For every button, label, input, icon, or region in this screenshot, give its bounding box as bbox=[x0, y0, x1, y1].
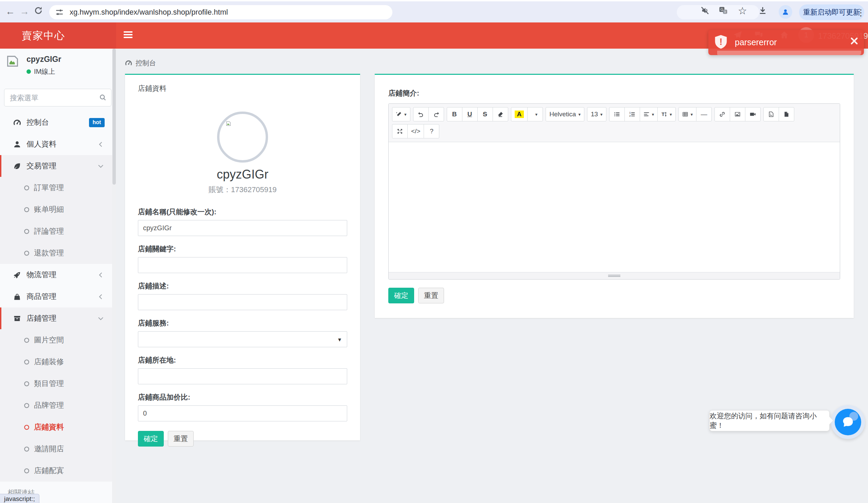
person-icon bbox=[782, 8, 789, 16]
shop-keywords-input[interactable] bbox=[138, 257, 347, 273]
browser-menu-icon[interactable]: ⋮ bbox=[856, 8, 865, 18]
toolbar-group bbox=[413, 107, 444, 121]
sidebar-item-訂單管理[interactable]: 訂單管理 bbox=[0, 177, 112, 199]
editor-clear-format-button[interactable] bbox=[493, 107, 508, 121]
sidebar-item-label: 訂單管理 bbox=[34, 183, 64, 193]
sidebar-item-label: 账单明細 bbox=[34, 204, 64, 214]
browser-update-button[interactable]: 重新启动即可更新 bbox=[799, 4, 864, 20]
address-bar[interactable]: xg.hwym.shop/index/wanlshop.shop/profile… bbox=[49, 5, 392, 19]
editor-bold-button[interactable]: B bbox=[447, 107, 462, 121]
browser-profile-avatar[interactable] bbox=[779, 5, 792, 19]
download-icon[interactable] bbox=[758, 6, 767, 15]
shop-markup-ratio-input[interactable] bbox=[138, 405, 347, 421]
sidebar-scrollbar-thumb[interactable] bbox=[112, 49, 116, 185]
editor-link-button[interactable] bbox=[714, 107, 730, 121]
editor-fullscreen-button[interactable] bbox=[392, 124, 408, 138]
translate-icon[interactable]: G文 bbox=[719, 6, 728, 15]
shield-warning-icon: ! bbox=[713, 34, 729, 50]
list-ol-icon: 12 bbox=[629, 111, 635, 117]
mute-tab-icon[interactable] bbox=[701, 6, 709, 15]
shop-location-input[interactable] bbox=[138, 368, 347, 384]
profile-reset-button[interactable]: 重置 bbox=[168, 431, 194, 446]
editor-resize-handle-icon[interactable] bbox=[608, 275, 620, 277]
sidebar-item-退款管理[interactable]: 退款管理 bbox=[0, 242, 112, 264]
breadcrumb-label[interactable]: 控制台 bbox=[136, 59, 156, 68]
chat-button[interactable] bbox=[835, 409, 861, 435]
app-logo[interactable]: 賣家中心 bbox=[0, 22, 116, 49]
shop-name-display: cpyzGIGr bbox=[138, 167, 347, 182]
editor-font-color-more-button[interactable]: ▾ bbox=[527, 107, 543, 121]
editor-underline-button[interactable]: U bbox=[462, 107, 478, 121]
sidebar-item-物流管理[interactable]: 物流管理 bbox=[0, 264, 112, 286]
redo-icon bbox=[433, 111, 439, 117]
shop-name-input[interactable] bbox=[138, 220, 347, 236]
sidebar-item-label: 商品管理 bbox=[27, 291, 56, 302]
editor-video-button[interactable] bbox=[745, 107, 761, 121]
editor-content-area[interactable] bbox=[389, 142, 840, 272]
sidebar-item-交易管理[interactable]: 交易管理 bbox=[0, 155, 112, 177]
user-avatar-broken-image-icon bbox=[6, 54, 20, 68]
editor-picture-button[interactable] bbox=[730, 107, 745, 121]
editor-font-family-button[interactable]: Helvetica▾ bbox=[546, 107, 584, 121]
intro-submit-button[interactable]: 確定 bbox=[388, 288, 414, 303]
url-text[interactable]: xg.hwym.shop/index/wanlshop.shop/profile… bbox=[70, 8, 228, 17]
sidebar-item-品牌管理[interactable]: 品牌管理 bbox=[0, 394, 112, 416]
sidebar-search-input[interactable] bbox=[4, 89, 102, 107]
shop-location-label: 店鋪所在地: bbox=[138, 355, 347, 365]
search-icon[interactable] bbox=[99, 94, 106, 101]
editor-image-file-button[interactable] bbox=[763, 107, 779, 121]
editor-font-color-button[interactable]: A bbox=[511, 107, 528, 121]
editor-style-button[interactable]: ▾ bbox=[392, 107, 410, 121]
site-settings-icon[interactable] bbox=[55, 8, 63, 16]
editor-redo-button[interactable] bbox=[428, 107, 444, 121]
sidebar-item-個人資料[interactable]: 個人資料 bbox=[0, 133, 112, 155]
editor-font-size-button[interactable]: 13▾ bbox=[587, 107, 607, 121]
sidebar-item-邀請開店[interactable]: 邀請開店 bbox=[0, 438, 112, 460]
editor-paragraph-align-button[interactable]: ▾ bbox=[640, 107, 658, 121]
file-image-icon bbox=[768, 111, 774, 117]
editor-strikethrough-button[interactable]: S bbox=[477, 107, 493, 121]
profile-submit-button[interactable]: 確定 bbox=[138, 431, 164, 446]
svg-text:!: ! bbox=[719, 37, 722, 47]
sidebar-item-label: 個人資料 bbox=[27, 139, 56, 149]
sidebar-item-評論管理[interactable]: 評論管理 bbox=[0, 220, 112, 242]
editor-undo-button[interactable] bbox=[413, 107, 429, 121]
editor-ordered-list-button[interactable]: 12 bbox=[624, 107, 640, 121]
shop-description-input[interactable] bbox=[138, 294, 347, 310]
sidebar-item-圖片空間[interactable]: 圖片空間 bbox=[0, 329, 112, 351]
sidebar-item-店鋪配寘[interactable]: 店鋪配寘 bbox=[0, 460, 112, 482]
sidebar-item-商品管理[interactable]: 商品管理 bbox=[0, 286, 112, 308]
chevron-left-icon bbox=[97, 272, 104, 278]
browser-back-icon[interactable]: ← bbox=[6, 6, 15, 17]
sidebar-item-控制台[interactable]: 控制台hot bbox=[0, 112, 112, 133]
shop-service-select[interactable]: ▼ bbox=[138, 331, 347, 347]
editor-unordered-list-button[interactable] bbox=[609, 107, 625, 121]
toast-close-icon[interactable] bbox=[850, 37, 858, 45]
bookmark-star-icon[interactable]: ☆ bbox=[738, 5, 747, 17]
editor-toolbar: ▾BUSA▾Helvetica▾13▾12▾T▾▾—</>? bbox=[389, 104, 840, 142]
editor-table-button[interactable]: ▾ bbox=[679, 107, 697, 121]
picture-icon bbox=[734, 111, 741, 117]
intro-reset-button[interactable]: 重置 bbox=[418, 288, 444, 303]
shop-avatar[interactable] bbox=[217, 112, 268, 163]
editor-help-button[interactable]: ? bbox=[424, 124, 439, 138]
dropdown-caret-icon: ▾ bbox=[652, 112, 654, 117]
align-icon bbox=[643, 111, 650, 117]
editor-code-view-button[interactable]: </> bbox=[407, 124, 424, 138]
editor-horizontal-rule-button[interactable]: — bbox=[696, 107, 712, 121]
browser-forward-icon[interactable]: → bbox=[20, 6, 29, 17]
sidebar-item-店鋪管理[interactable]: 店鋪管理 bbox=[0, 308, 112, 329]
sidebar-item-label: 評論管理 bbox=[34, 226, 64, 237]
sidebar-item-店鋪裝修[interactable]: 店鋪裝修 bbox=[0, 351, 112, 373]
browser-reload-icon[interactable] bbox=[34, 6, 43, 15]
editor-file-button[interactable] bbox=[779, 107, 794, 121]
editor-line-height-button[interactable]: T▾ bbox=[657, 107, 676, 121]
sidebar-item-店鋪資料[interactable]: 店鋪資料 bbox=[0, 416, 112, 438]
online-status-label: IM線上 bbox=[34, 67, 55, 76]
sidebar-toggle-icon[interactable] bbox=[124, 31, 134, 40]
sidebar-item-label: 控制台 bbox=[27, 117, 49, 128]
sidebar-user-name: cpyzGIGr bbox=[27, 55, 61, 64]
sidebar-item-账单明細[interactable]: 账单明細 bbox=[0, 199, 112, 220]
toolbar-group: 13▾ bbox=[587, 107, 607, 121]
sidebar-item-類目管理[interactable]: 類目管理 bbox=[0, 373, 112, 394]
